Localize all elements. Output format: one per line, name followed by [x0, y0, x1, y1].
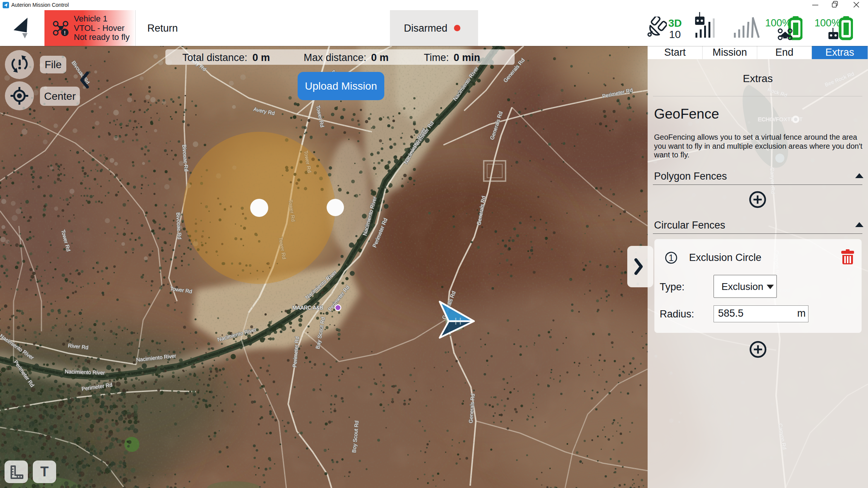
- svg-text:MAARC A&B: MAARC A&B: [292, 305, 323, 311]
- svg-text:H: H: [455, 316, 462, 327]
- svg-text:!: !: [64, 29, 66, 36]
- svg-text:1: 1: [669, 253, 674, 263]
